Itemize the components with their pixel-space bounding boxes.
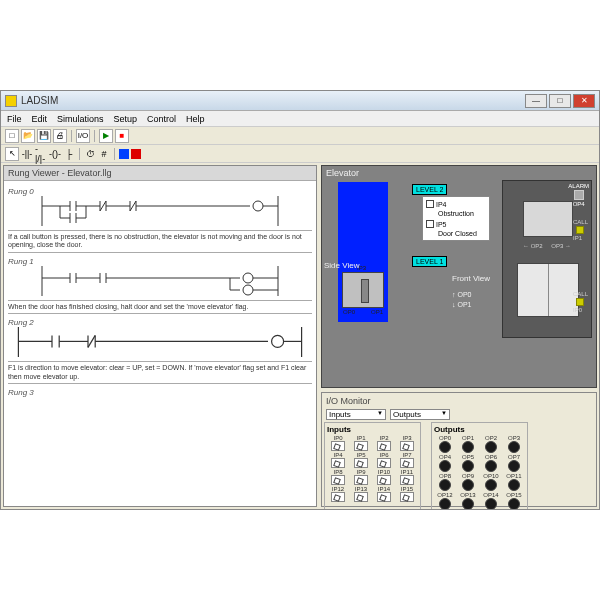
door-upper	[523, 201, 573, 237]
contact-no-icon[interactable]: -||-	[21, 148, 33, 160]
output-cell: OP4	[434, 454, 456, 472]
input-cell[interactable]: IP13	[350, 486, 372, 502]
input-cell[interactable]: IP9	[350, 469, 372, 485]
arrow-down-label: ↓ OP1	[452, 301, 471, 308]
outputs-label: Outputs	[434, 425, 525, 434]
output-cell: OP13	[457, 492, 479, 509]
elevator-car: IP3 OP0 OP1	[342, 272, 384, 308]
close-button[interactable]: ✕	[573, 94, 595, 108]
front-view: ALARM OP4 ← OP2 OP3 → CALLIP1 CALLIP0	[502, 180, 592, 338]
inputs-select[interactable]: Inputs	[326, 409, 386, 420]
switch-icon	[377, 492, 391, 502]
timer-icon[interactable]: ⏱	[84, 148, 96, 160]
switch-icon	[400, 492, 414, 502]
led-icon	[485, 460, 497, 472]
led-icon	[439, 460, 451, 472]
contact-nc-icon[interactable]: -|/|-	[35, 148, 47, 160]
io-monitor-title: I/O Monitor	[324, 395, 594, 407]
side-view-label: Side View	[324, 261, 359, 270]
door-op-left: ← OP2	[523, 243, 543, 249]
outputs-group: Outputs OP0OP1OP2OP3OP4OP5OP6OP7OP8OP9OP…	[431, 422, 528, 509]
led-icon	[508, 441, 520, 453]
switch-icon	[400, 458, 414, 468]
save-button[interactable]: 💾	[37, 129, 51, 143]
input-cell[interactable]: IP14	[373, 486, 395, 502]
menu-help[interactable]: Help	[186, 114, 205, 124]
input-cell[interactable]: IP8	[327, 469, 349, 485]
input-cell[interactable]: IP15	[396, 486, 418, 502]
print-button[interactable]: 🖨	[53, 129, 67, 143]
input-cell[interactable]: IP5	[350, 452, 372, 468]
switch-icon	[354, 492, 368, 502]
arrow-up-label: ↑ OP0	[452, 291, 471, 298]
ip5-checkbox[interactable]	[426, 220, 434, 228]
select-tool[interactable]: ↖	[5, 147, 19, 161]
svg-line-45	[88, 336, 95, 348]
app-icon	[5, 95, 17, 107]
counter-icon[interactable]: #	[98, 148, 110, 160]
menu-edit[interactable]: Edit	[32, 114, 48, 124]
input-cell[interactable]: IP12	[327, 486, 349, 502]
call-button-bot[interactable]: CALLIP0	[573, 291, 588, 313]
rung-label: Rung 3	[8, 388, 312, 397]
elevator-title: Elevator	[326, 168, 359, 178]
input-cell[interactable]: IP11	[396, 469, 418, 485]
output-cell: OP15	[503, 492, 525, 509]
switch-icon	[354, 475, 368, 485]
stop-button[interactable]: ■	[115, 129, 129, 143]
led-icon	[485, 441, 497, 453]
menu-simulations[interactable]: Simulations	[57, 114, 104, 124]
rung-list[interactable]: Rung 0 If a call button is pressed, ther…	[4, 181, 316, 506]
minimize-button[interactable]: —	[525, 94, 547, 108]
input-cell[interactable]: IP6	[373, 452, 395, 468]
color-blue-icon[interactable]	[119, 149, 129, 159]
menu-file[interactable]: File	[7, 114, 22, 124]
switch-icon	[377, 475, 391, 485]
menu-setup[interactable]: Setup	[114, 114, 138, 124]
led-icon	[508, 479, 520, 491]
maximize-button[interactable]: □	[549, 94, 571, 108]
input-cell[interactable]: IP2	[373, 435, 395, 451]
level-2-tag: LEVEL 2	[412, 184, 447, 195]
switch-icon	[400, 441, 414, 451]
switch-icon	[331, 492, 345, 502]
elevator-panel: Elevator IP3 OP0 OP1 Side View LEVEL 2 L…	[321, 165, 597, 388]
run-button[interactable]: ▶	[99, 129, 113, 143]
input-cell[interactable]: IP10	[373, 469, 395, 485]
coil-icon[interactable]: -()-	[49, 148, 61, 160]
door-op-right: OP3 →	[551, 243, 571, 249]
rung-label: Rung 0	[8, 187, 312, 196]
call-button-top[interactable]: CALLIP1	[573, 219, 588, 241]
ladder-diagram-icon	[8, 266, 312, 296]
output-cell: OP9	[457, 473, 479, 491]
ladder-diagram-icon	[8, 327, 312, 357]
car-io-right: OP1	[371, 309, 383, 315]
app-window: LADSIM — □ ✕ File Edit Simulations Setup…	[0, 90, 600, 510]
rung-label: Rung 1	[8, 257, 312, 266]
output-cell: OP7	[503, 454, 525, 472]
svg-point-14	[253, 201, 263, 211]
level-1-tag: LEVEL 1	[412, 256, 447, 267]
input-cell[interactable]: IP1	[350, 435, 372, 451]
input-cell[interactable]: IP4	[327, 452, 349, 468]
car-door	[361, 279, 369, 303]
io-button[interactable]: I/O	[76, 129, 90, 143]
switch-icon	[377, 441, 391, 451]
color-red-icon[interactable]	[131, 149, 141, 159]
open-button[interactable]: 📂	[21, 129, 35, 143]
switch-icon	[331, 475, 345, 485]
svg-point-31	[243, 273, 253, 283]
ip4-checkbox[interactable]	[426, 200, 434, 208]
output-cell: OP0	[434, 435, 456, 453]
rung-comment: When the door has finished closing, halt…	[8, 300, 312, 314]
svg-point-47	[272, 336, 284, 348]
input-cell[interactable]: IP3	[396, 435, 418, 451]
branch-icon[interactable]: ├	[63, 148, 75, 160]
outputs-select[interactable]: Outputs	[390, 409, 450, 420]
output-cell: OP5	[457, 454, 479, 472]
new-button[interactable]: □	[5, 129, 19, 143]
input-cell[interactable]: IP0	[327, 435, 349, 451]
input-cell[interactable]: IP7	[396, 452, 418, 468]
menu-control[interactable]: Control	[147, 114, 176, 124]
output-cell: OP14	[480, 492, 502, 509]
